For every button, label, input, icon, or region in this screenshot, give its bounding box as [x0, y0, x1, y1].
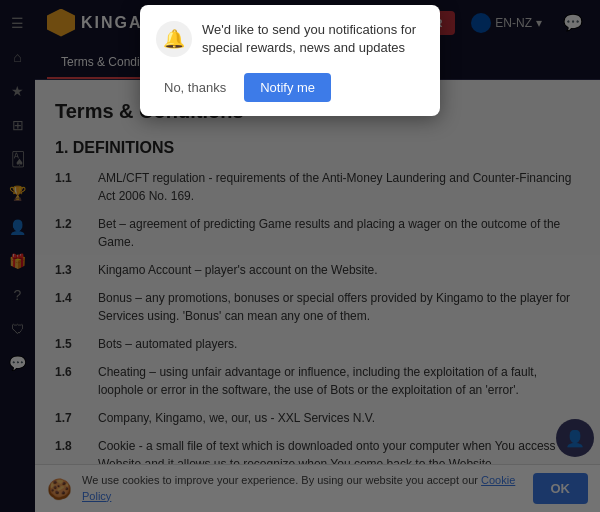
bell-icon: 🔔 — [156, 21, 192, 57]
notification-buttons: No, thanks Notify me — [156, 73, 422, 102]
notification-popup: 🔔 We'd like to send you notifications fo… — [140, 5, 440, 116]
no-thanks-button[interactable]: No, thanks — [156, 73, 234, 102]
notification-message: We'd like to send you notifications for … — [202, 21, 422, 57]
notification-header: 🔔 We'd like to send you notifications fo… — [156, 21, 422, 57]
notify-me-button[interactable]: Notify me — [244, 73, 331, 102]
